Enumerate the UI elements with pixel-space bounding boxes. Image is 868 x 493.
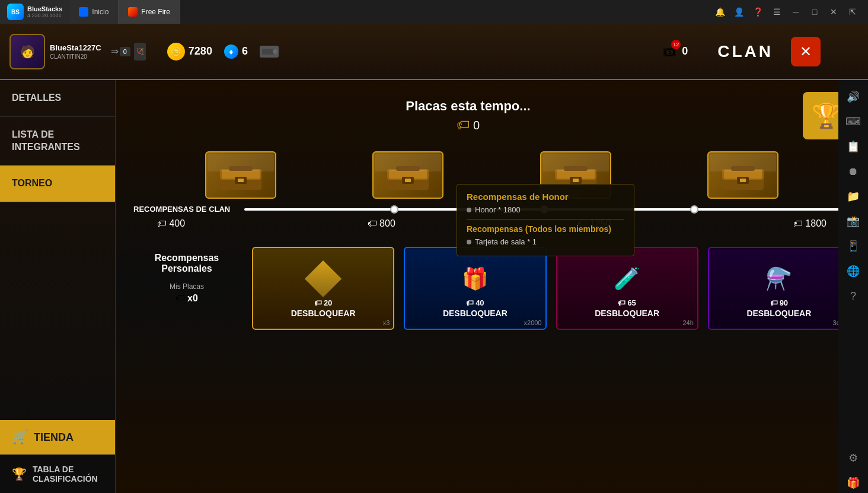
notification-btn[interactable]: 🔔	[711, 4, 728, 20]
side-icon-screenshot[interactable]: 📸	[843, 211, 864, 232]
reward-card-4[interactable]: ⚗️ 🏷 90 DESBLOQUEAR 3día	[708, 247, 850, 330]
unlock-btn-2[interactable]: 🏷 40 DESBLOQUEAR	[443, 298, 508, 318]
tag-cost-icon-4: 🏷	[770, 298, 778, 307]
arrow-count: 0	[120, 47, 130, 56]
app-name: BlueStacks	[27, 5, 62, 12]
placas-count-row: 🏷 0	[133, 117, 803, 133]
svg-rect-24	[731, 166, 755, 171]
mis-tag-icon: 🏷	[175, 293, 185, 304]
chest-4[interactable]	[704, 151, 781, 199]
sidebar-item-torneo[interactable]: TORNEO	[0, 166, 115, 202]
sidebar-item-detalles[interactable]: DETALLES	[0, 80, 115, 117]
tooltip-sala-text: Tarjeta de sala * 1	[475, 237, 537, 246]
tag-cost-icon-3: 🏷	[618, 298, 626, 307]
help-btn[interactable]: ❓	[749, 4, 766, 20]
sidebar-shop-btn[interactable]: 🛒 TIENDA	[0, 420, 115, 454]
placas-title: Placas esta tempo...	[133, 98, 803, 114]
notif-wrap: 🎟 12	[663, 43, 677, 60]
card-img-4: ⚗️	[765, 266, 792, 291]
personal-rewards-panel: Recompensas Personales Mis Placas 🏷 x0	[133, 247, 240, 310]
ticket-count: 0	[682, 45, 688, 58]
diamonds-display: ♦ 6	[224, 44, 248, 59]
side-icon-volume[interactable]: 🔊	[843, 86, 864, 107]
chest-box-2[interactable]	[372, 151, 443, 199]
tooltip-members-title: Recompensas (Todos los miembros)	[467, 224, 624, 234]
os-bar: BS BlueStacks 4.230.20.1001 Inicio Free …	[0, 0, 868, 24]
coins-value: 7280	[189, 45, 212, 58]
card-footer-2: x2000	[524, 319, 542, 326]
cost-val-4: 90	[780, 298, 788, 307]
tab-inicio[interactable]: Inicio	[69, 0, 119, 24]
unlock-btn-3[interactable]: 🏷 65 DESBLOQUEAR	[595, 298, 659, 318]
trophy-icon: 🏆	[812, 102, 841, 130]
reward-card-2[interactable]: 🎁 🏷 40 DESBLOQUEAR x2000	[404, 247, 546, 330]
sidebar-ranking-btn[interactable]: 🏆 TABLA DE CLASIFICACIÓN	[0, 454, 115, 493]
shop-icon: 🛒	[12, 430, 28, 445]
detalles-label: DETALLES	[12, 93, 61, 103]
bluestacks-icon: BS	[7, 4, 24, 20]
side-icon-folder[interactable]: 📁	[843, 186, 864, 207]
ammo-icon	[260, 46, 279, 58]
player-avatar: 🧑	[9, 34, 45, 69]
sidebar-item-lista[interactable]: LISTA DE INTEGRANTES	[0, 117, 115, 166]
ammo-display	[260, 46, 279, 58]
personal-rewards-title: Recompensas Personales	[139, 253, 234, 274]
honor-tooltip: Recompensas de Honor Honor * 1800 Recomp…	[457, 184, 634, 256]
player-info: 🧑 BlueSta1227C CLANTITIN20 ⇒ 0 🏹	[0, 34, 155, 69]
chest-1[interactable]	[202, 151, 279, 199]
game-topbar: 🧑 BlueSta1227C CLANTITIN20 ⇒ 0 🏹 🪙 7280 …	[0, 24, 868, 80]
milestone-4: 🏷 1800	[793, 218, 826, 229]
ranking-icon: 🏆	[12, 467, 27, 481]
chest-box-4[interactable]	[707, 151, 778, 199]
diamonds-value: 6	[242, 45, 248, 58]
svg-rect-1	[262, 49, 274, 55]
cost-val-1: 20	[324, 298, 332, 307]
chest-box-1[interactable]	[205, 151, 276, 199]
player-name: BlueSta1227C	[50, 43, 101, 52]
menu-btn[interactable]: ☰	[768, 4, 785, 20]
tag-cost-icon-1: 🏷	[314, 298, 322, 307]
side-icon-keyboard[interactable]: ⌨	[843, 111, 864, 132]
milestone-val-1: 🏷 400	[157, 218, 185, 229]
app-version: 4.230.20.1001	[27, 12, 62, 18]
reward-card-1[interactable]: 🏷 20 DESBLOQUEAR x3	[252, 247, 394, 330]
chest-2[interactable]	[369, 151, 446, 199]
side-icon-record[interactable]: ⏺	[843, 161, 864, 182]
side-icon-phone[interactable]: 📱	[843, 236, 864, 257]
svg-rect-12	[396, 166, 420, 171]
cost-val-2: 40	[476, 298, 484, 307]
account-btn[interactable]: 👤	[730, 4, 747, 20]
clan-close-btn[interactable]: ✕	[791, 37, 821, 66]
unlock-btn-4[interactable]: 🏷 90 DESBLOQUEAR	[746, 298, 811, 318]
tooltip-divider	[467, 219, 624, 220]
sidebar-bottom: 🛒 TIENDA 🏆 TABLA DE CLASIFICACIÓN	[0, 420, 115, 493]
cost-val-3: 65	[627, 298, 636, 307]
side-icon-help[interactable]: ?	[843, 285, 864, 307]
reward-card-3[interactable]: 🧪 🏷 65 DESBLOQUEAR 24h	[556, 247, 698, 330]
inicio-tab-icon	[79, 7, 88, 17]
tooltip-dot-honor	[467, 208, 471, 212]
reward-icon-1	[308, 264, 338, 294]
topbar-right: 🎟 12 0 CLAN ✕	[651, 37, 868, 66]
expand-btn[interactable]: ⇱	[844, 4, 861, 20]
coins-display: 🪙 7280	[167, 43, 212, 61]
coin-icon: 🪙	[167, 43, 185, 61]
torneo-label: TORNEO	[12, 178, 52, 188]
card-footer-3: 24h	[682, 319, 693, 326]
svg-rect-14	[405, 179, 411, 182]
svg-rect-6	[229, 166, 253, 171]
close-window-btn[interactable]: ✕	[825, 4, 842, 20]
game-window: 🧑 BlueSta1227C CLANTITIN20 ⇒ 0 🏹 🪙 7280 …	[0, 24, 868, 493]
milestone-val-2: 🏷 800	[368, 218, 395, 229]
tab-freefire[interactable]: Free Fire	[119, 0, 180, 24]
unlock-btn-1[interactable]: 🏷 20 DESBLOQUEAR	[291, 298, 356, 318]
side-icon-map[interactable]: 🌐	[843, 260, 864, 282]
side-icon-settings[interactable]: ⚙	[843, 447, 864, 469]
side-icon-gift[interactable]: 🎁	[843, 472, 864, 493]
notif-badge: 12	[671, 40, 681, 49]
player-arrows: ⇒ 0 🏹	[111, 43, 146, 61]
minimize-btn[interactable]: ─	[787, 4, 804, 20]
reward-icon-2: 🎁	[460, 264, 490, 294]
maximize-btn[interactable]: □	[806, 4, 823, 20]
side-icon-clipboard[interactable]: 📋	[843, 136, 864, 157]
